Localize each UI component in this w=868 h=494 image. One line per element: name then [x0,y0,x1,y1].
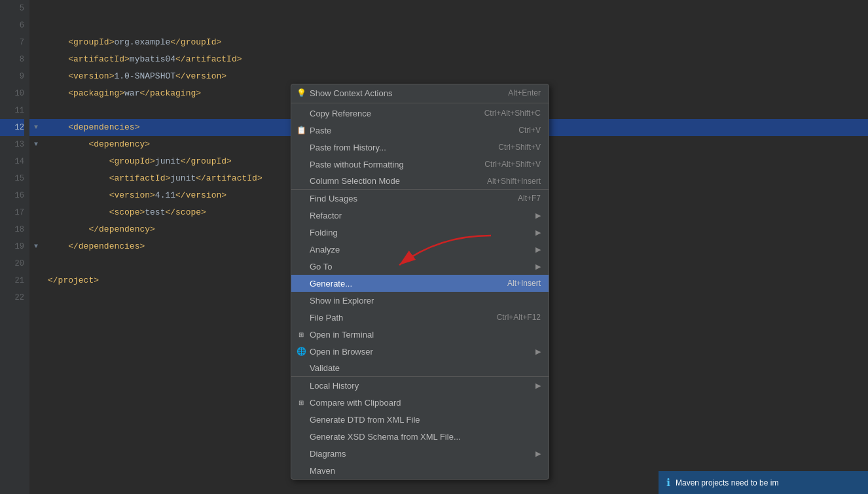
submenu-arrow-icon: ▶ [535,450,541,458]
menu-label: File Path [310,313,484,323]
menu-item-maven[interactable]: Maven [291,462,549,479]
menu-shortcut: Ctrl+V [518,126,541,135]
line-num: 21 [0,272,24,289]
menu-item-file-path[interactable]: File Path Ctrl+Alt+F12 [291,309,549,326]
menu-label: Validate [310,363,541,373]
menu-shortcut: Alt+Insert [507,279,541,288]
compare-icon: ⊞ [295,399,307,406]
line-numbers: 5 6 7 8 9 10 11 12 13 14 15 16 17 18 19 … [0,0,29,494]
menu-label: Generate XSD Schema from XML File... [310,432,541,442]
line-num: 8 [0,51,24,68]
menu-item-folding[interactable]: Folding ▶ [291,224,549,241]
menu-label: Column Selection Mode [310,176,474,186]
menu-label: Local History [310,381,530,391]
menu-label: Paste [310,126,505,135]
menu-item-compare-clipboard[interactable]: ⊞ Compare with Clipboard [291,394,549,411]
menu-item-paste-from-history[interactable]: Paste from History... Ctrl+Shift+V [291,139,549,156]
code-line [43,17,868,34]
context-menu: 💡 Show Context Actions Alt+Enter Copy Re… [291,84,549,480]
menu-shortcut: Ctrl+Alt+Shift+V [484,160,541,169]
menu-item-local-history[interactable]: Local History ▶ [291,377,549,394]
menu-label: Open in Browser [310,347,530,357]
line-num: 18 [0,221,24,238]
menu-item-go-to[interactable]: Go To ▶ [291,258,549,275]
gutter-fold [29,255,43,272]
line-num: 14 [0,153,24,170]
line-num: 11 [0,102,24,119]
submenu-arrow-icon: ▶ [535,262,541,271]
menu-shortcut: Alt+F7 [518,194,541,203]
notification-bar: ℹ Maven projects need to be im [659,471,868,494]
menu-item-copy-reference[interactable]: Copy Reference Ctrl+Alt+Shift+C [291,105,549,122]
menu-item-paste-without-formatting[interactable]: Paste without Formatting Ctrl+Alt+Shift+… [291,156,549,173]
menu-item-refactor[interactable]: Refactor ▶ [291,207,549,224]
line-num: 9 [0,68,24,85]
menu-separator [291,103,549,103]
menu-label: Show in Explorer [310,296,528,306]
gutter-fold: ▼ [29,136,43,153]
menu-item-open-in-terminal[interactable]: ⊞ Open in Terminal [291,326,549,343]
submenu-arrow-icon: ▶ [535,347,541,356]
menu-item-generate-dtd[interactable]: Generate DTD from XML File [291,411,549,428]
menu-item-validate[interactable]: Validate [291,360,549,377]
menu-label: Analyze [310,245,530,255]
browser-icon: 🌐 [295,347,307,356]
menu-item-open-in-browser[interactable]: 🌐 Open in Browser ▶ [291,343,549,360]
menu-label: Generate DTD from XML File [310,415,541,425]
menu-label: Paste from History... [310,143,485,152]
menu-item-diagrams[interactable]: Diagrams ▶ [291,445,549,462]
menu-shortcut: Ctrl+Alt+F12 [497,313,541,322]
menu-label: Show Context Actions [310,88,495,98]
menu-item-generate[interactable]: Generate... Alt+Insert [291,275,549,292]
menu-label: Paste without Formatting [310,160,471,169]
gutter-fold [29,102,43,119]
menu-item-analyze[interactable]: Analyze ▶ [291,241,549,258]
menu-shortcut: Ctrl+Shift+V [498,143,541,152]
menu-item-generate-xsd[interactable]: Generate XSD Schema from XML File... [291,428,549,445]
code-line: <groupId>org.example</groupId> [43,34,868,51]
menu-item-paste[interactable]: 📋 Paste Ctrl+V [291,122,549,139]
gutter-fold: ▼ [29,238,43,255]
menu-label: Generate... [310,279,494,289]
gutter-fold [29,221,43,238]
line-num: 17 [0,204,24,221]
gutter-fold [29,289,43,306]
menu-shortcut: Alt+Enter [508,88,541,97]
gutter-fold: ▼ [29,119,43,136]
line-num: 15 [0,170,24,187]
gutter-fold [29,187,43,204]
menu-label: Refactor [310,211,530,221]
menu-shortcut: Ctrl+Alt+Shift+C [484,109,541,118]
menu-label: Diagrams [310,449,530,459]
menu-label: Copy Reference [310,109,471,118]
code-line: <version>1.0-SNAPSHOT</version> [43,68,868,85]
line-num: 6 [0,17,24,34]
gutter-fold [29,17,43,34]
gutter-fold [29,204,43,221]
gutter-fold [29,170,43,187]
gutter-fold [29,272,43,289]
menu-item-show-context-actions[interactable]: 💡 Show Context Actions Alt+Enter [291,84,549,101]
submenu-arrow-icon: ▶ [535,211,541,220]
submenu-arrow-icon: ▶ [535,245,541,254]
gutter-fold [29,153,43,170]
line-num: 5 [0,0,24,17]
gutter-fold [29,51,43,68]
menu-label: Find Usages [310,194,505,203]
terminal-icon: ⊞ [295,331,307,338]
menu-item-find-usages[interactable]: Find Usages Alt+F7 [291,190,549,207]
menu-label: Maven [310,466,541,476]
info-icon: ℹ [666,476,670,489]
menu-label: Compare with Clipboard [310,398,541,408]
menu-label: Go To [310,262,530,272]
menu-item-show-in-explorer[interactable]: Show in Explorer [291,292,549,309]
lightbulb-icon: 💡 [295,88,307,97]
line-num: 20 [0,255,24,272]
gutter-fold [29,0,43,17]
line-num: 22 [0,289,24,306]
menu-item-column-selection[interactable]: Column Selection Mode Alt+Shift+Insert [291,173,549,190]
line-num: 13 [0,136,24,153]
line-num: 16 [0,187,24,204]
gutter-fold [29,34,43,51]
submenu-arrow-icon: ▶ [535,228,541,237]
